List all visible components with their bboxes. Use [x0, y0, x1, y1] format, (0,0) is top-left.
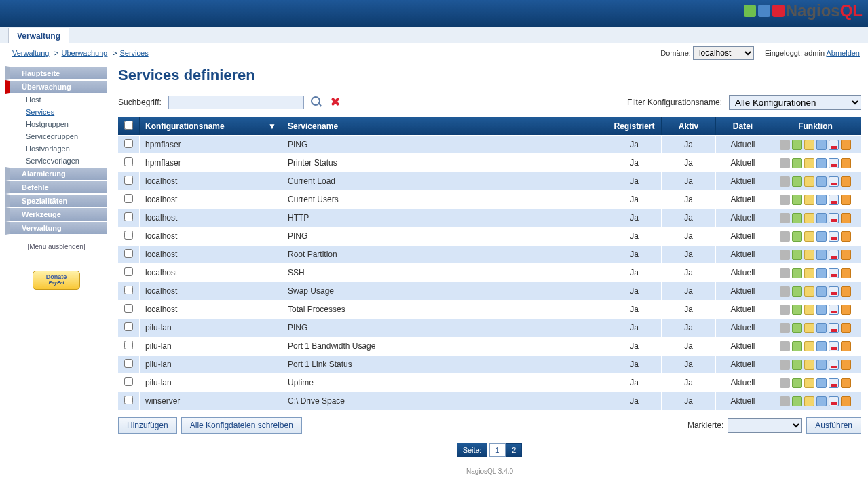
row-checkbox[interactable] — [124, 139, 133, 148]
logout-link[interactable]: Abmelden — [826, 49, 860, 57]
cell-service[interactable]: HTTP — [282, 209, 607, 227]
edit-icon[interactable] — [780, 341, 790, 351]
copy-icon[interactable] — [792, 213, 802, 223]
sidebar-group[interactable]: Spezialitäten — [5, 194, 107, 208]
download-icon[interactable] — [816, 268, 827, 278]
schedule-icon[interactable] — [804, 286, 814, 297]
save-icon[interactable] — [829, 176, 839, 187]
edit-icon[interactable] — [780, 195, 790, 205]
info-icon[interactable] — [841, 231, 851, 242]
copy-icon[interactable] — [792, 250, 802, 260]
download-icon[interactable] — [816, 341, 827, 351]
download-icon[interactable] — [816, 396, 827, 406]
cell-config[interactable]: pilu-lan — [140, 356, 282, 373]
cell-config[interactable]: localhost — [140, 301, 282, 318]
schedule-icon[interactable] — [804, 268, 814, 278]
domain-select[interactable]: localhost — [693, 46, 754, 60]
save-icon[interactable] — [829, 396, 839, 406]
schedule-icon[interactable] — [804, 396, 814, 406]
schedule-icon[interactable] — [804, 323, 814, 333]
col-active[interactable]: Aktiv — [662, 117, 716, 135]
edit-icon[interactable] — [780, 158, 790, 168]
cell-service[interactable]: PING — [282, 136, 607, 153]
info-icon[interactable] — [841, 286, 851, 297]
row-checkbox[interactable] — [124, 396, 133, 404]
info-icon[interactable] — [841, 140, 851, 150]
info-icon[interactable] — [841, 250, 851, 260]
download-icon[interactable] — [816, 195, 827, 205]
cell-service[interactable]: SSH — [282, 264, 607, 282]
row-checkbox[interactable] — [124, 176, 133, 185]
row-checkbox[interactable] — [124, 212, 133, 221]
copy-icon[interactable] — [792, 268, 802, 278]
crumb-0[interactable]: Verwaltung — [12, 49, 49, 57]
save-icon[interactable] — [829, 213, 839, 223]
edit-icon[interactable] — [780, 250, 790, 260]
cell-service[interactable]: PING — [282, 319, 607, 337]
info-icon[interactable] — [841, 323, 851, 333]
row-checkbox[interactable] — [124, 304, 133, 313]
info-icon[interactable] — [841, 360, 851, 370]
schedule-icon[interactable] — [804, 195, 814, 205]
info-icon[interactable] — [841, 213, 851, 223]
edit-icon[interactable] — [780, 360, 790, 370]
menu-hide-link[interactable]: [Menu ausblenden] — [5, 243, 107, 250]
col-registered[interactable]: Registriert — [607, 117, 662, 135]
cell-config[interactable]: localhost — [140, 172, 282, 190]
row-checkbox[interactable] — [124, 249, 133, 258]
cell-config[interactable]: hpmflaser — [140, 154, 282, 172]
row-checkbox[interactable] — [124, 231, 133, 240]
cell-config[interactable]: pilu-lan — [140, 337, 282, 355]
sidebar-item[interactable]: Servicegruppen — [5, 130, 107, 142]
col-file[interactable]: Datei — [716, 117, 770, 135]
copy-icon[interactable] — [792, 140, 802, 150]
download-icon[interactable] — [816, 378, 827, 388]
copy-icon[interactable] — [792, 396, 802, 406]
save-icon[interactable] — [829, 268, 839, 278]
copy-icon[interactable] — [792, 341, 802, 351]
cell-config[interactable]: localhost — [140, 191, 282, 208]
cell-service[interactable]: Swap Usage — [282, 282, 607, 300]
edit-icon[interactable] — [780, 268, 790, 278]
col-service[interactable]: Servicename — [282, 117, 607, 135]
crumb-1[interactable]: Überwachung — [62, 49, 108, 57]
schedule-icon[interactable] — [804, 176, 814, 187]
sidebar-item[interactable]: Host — [5, 94, 107, 106]
page-1[interactable]: 1 — [489, 443, 506, 457]
save-icon[interactable] — [829, 323, 839, 333]
info-icon[interactable] — [841, 341, 851, 351]
row-checkbox[interactable] — [124, 341, 133, 349]
cell-config[interactable]: localhost — [140, 282, 282, 300]
schedule-icon[interactable] — [804, 158, 814, 168]
info-icon[interactable] — [841, 195, 851, 205]
save-icon[interactable] — [829, 378, 839, 388]
sidebar-item[interactable]: Hostgruppen — [5, 118, 107, 130]
copy-icon[interactable] — [792, 195, 802, 205]
edit-icon[interactable] — [780, 231, 790, 242]
info-icon[interactable] — [841, 176, 851, 187]
download-icon[interactable] — [816, 286, 827, 297]
sidebar-group[interactable]: Hauptseite — [5, 66, 107, 80]
save-icon[interactable] — [829, 158, 839, 168]
cell-service[interactable]: Current Load — [282, 172, 607, 190]
cell-service[interactable]: Root Partition — [282, 246, 607, 263]
edit-icon[interactable] — [780, 378, 790, 388]
cell-config[interactable]: pilu-lan — [140, 319, 282, 337]
sidebar-item[interactable]: Hostvorlagen — [5, 142, 107, 155]
edit-icon[interactable] — [780, 396, 790, 406]
sidebar-group[interactable]: Werkzeuge — [5, 208, 107, 221]
info-icon[interactable] — [841, 268, 851, 278]
add-button[interactable]: Hinzufügen — [118, 417, 177, 434]
schedule-icon[interactable] — [804, 140, 814, 150]
schedule-icon[interactable] — [804, 341, 814, 351]
download-icon[interactable] — [816, 213, 827, 223]
cell-service[interactable]: PING — [282, 227, 607, 245]
row-checkbox[interactable] — [124, 157, 133, 166]
copy-icon[interactable] — [792, 231, 802, 242]
download-icon[interactable] — [816, 360, 827, 370]
row-checkbox[interactable] — [124, 359, 133, 368]
info-icon[interactable] — [841, 396, 851, 406]
edit-icon[interactable] — [780, 286, 790, 297]
schedule-icon[interactable] — [804, 378, 814, 388]
cell-service[interactable]: Printer Status — [282, 154, 607, 172]
